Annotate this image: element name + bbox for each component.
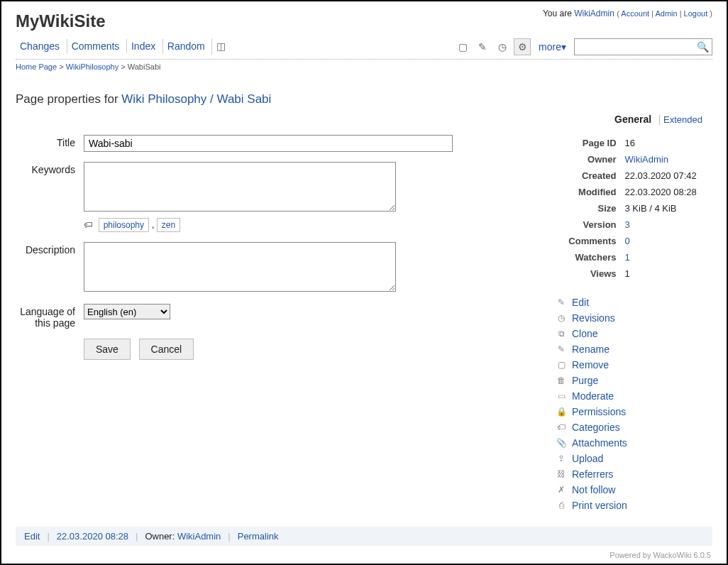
search-input[interactable] [578,41,697,53]
language-select[interactable]: English (en) [84,304,170,319]
tag-philosophy[interactable]: philosophy [99,218,149,232]
tab-extended[interactable]: Extended [663,114,702,125]
user-info: You are WikiAdmin ( Account | Admin | Lo… [543,9,712,18]
info-table: Page ID16 OwnerWikiAdmin Created22.03.20… [556,135,712,282]
action-attachments[interactable]: Attachments [572,437,627,449]
user-prefix: You are [543,9,574,18]
action-rename[interactable]: Rename [572,344,610,355]
eye-off-icon: ✗ [556,485,566,495]
lock-icon: 🔒 [556,407,566,417]
breadcrumb: Home Page > WikiPhilosophy > WabiSabi [16,62,712,71]
action-list: ✎Edit ◷Revisions ⧉Clone ✎Rename ▢Remove … [556,295,712,513]
action-print[interactable]: Print version [572,500,627,511]
form-area: Title Keywords 🏷 philosophy , zen Descri… [16,135,528,513]
keywords-label: Keywords [16,162,84,175]
info-comments[interactable]: 0 [625,236,630,246]
more-menu[interactable]: more▾ [534,39,571,55]
tag-icon: 🏷 [556,422,566,432]
sidebar: Page ID16 OwnerWikiAdmin Created22.03.20… [556,135,712,513]
tab-general[interactable]: General [614,114,651,125]
info-page-id: 16 [621,135,712,151]
action-purge[interactable]: Purge [572,375,598,386]
cancel-button[interactable]: Cancel [139,339,194,360]
title-label: Title [16,135,84,148]
copy-icon: ⧉ [556,329,566,339]
info-modified: 22.03.2020 08:28 [621,184,712,200]
info-version[interactable]: 3 [625,219,630,230]
info-created: 22.03.2020 07:42 [621,168,712,184]
nav-changes[interactable]: Changes [16,39,64,53]
description-input[interactable] [84,242,396,292]
action-clone[interactable]: Clone [572,328,598,339]
footer-owner[interactable]: WikiAdmin [177,531,221,542]
print-icon: ⎙ [556,500,566,510]
info-watchers[interactable]: 1 [625,252,630,263]
page-icon[interactable]: ▢ [454,38,471,55]
action-permissions[interactable]: Permissions [572,406,626,417]
action-upload[interactable]: Upload [572,453,603,464]
trash-icon: 🗑 [556,375,566,385]
pencil-icon: ✎ [556,297,566,307]
tag-zen[interactable]: zen [157,218,180,232]
breadcrumb-parent[interactable]: WikiPhilosophy [66,62,119,71]
speech-icon: ▭ [556,391,566,401]
tag-icon: 🏷 [84,219,93,230]
history-icon[interactable]: ◷ [494,38,511,55]
keywords-input[interactable] [84,162,396,212]
info-size: 3 KiB / 4 KiB [621,200,712,216]
page-heading: Page properties for Wiki Philosophy / Wa… [16,92,712,106]
action-referrers[interactable]: Referrers [572,468,613,480]
admin-link[interactable]: Admin [655,9,677,18]
description-label: Description [16,242,84,256]
remove-icon: ▢ [556,360,566,370]
logout-link[interactable]: Logout [684,9,708,18]
user-link[interactable]: WikiAdmin [574,9,614,18]
link-icon: ⛓ [556,469,566,479]
paperclip-icon: 📎 [556,438,566,448]
settings-icon[interactable]: ⚙ [514,38,531,55]
action-moderate[interactable]: Moderate [572,390,614,402]
bookmark-add-icon[interactable]: ◫ [211,38,228,55]
info-views: 1 [621,265,712,282]
action-remove[interactable]: Remove [572,359,609,371]
action-revisions[interactable]: Revisions [572,312,615,324]
search-icon[interactable]: 🔍 [697,41,709,53]
action-edit[interactable]: Edit [572,297,589,308]
nav-random[interactable]: Random [162,39,209,53]
breadcrumb-current: WabiSabi [128,62,161,71]
upload-icon: ⇪ [556,454,566,463]
nav-comments[interactable]: Comments [67,39,124,53]
action-categories[interactable]: Categories [572,422,620,433]
nav-index[interactable]: Index [126,39,160,53]
site-title: MyWikiSite [16,9,105,31]
rename-icon: ✎ [556,344,566,354]
breadcrumb-home[interactable]: Home Page [16,62,57,71]
page-heading-link[interactable]: Wiki Philosophy / Wabi Sabi [121,92,271,106]
tab-row: General | Extended [16,114,712,125]
account-link[interactable]: Account [621,9,649,18]
info-owner[interactable]: WikiAdmin [625,154,668,165]
footer-edit[interactable]: Edit [24,531,40,542]
save-button[interactable]: Save [84,339,131,360]
footer-date[interactable]: 22.03.2020 08:28 [57,531,128,542]
title-input[interactable] [84,135,453,152]
edit-icon[interactable]: ✎ [474,38,491,55]
footer-bar: Edit | 22.03.2020 08:28 | Owner: WikiAdm… [16,527,712,546]
action-notfollow[interactable]: Not follow [572,484,615,495]
clock-icon: ◷ [556,313,566,323]
nav-links: Changes Comments Index Random ◫ [16,38,228,55]
footer-permalink[interactable]: Permalink [238,531,279,542]
search-box: 🔍 [574,38,712,55]
powered-by: Powered by WackoWiki 6.0.5 [610,551,711,559]
language-label: Language of this page [16,304,84,329]
